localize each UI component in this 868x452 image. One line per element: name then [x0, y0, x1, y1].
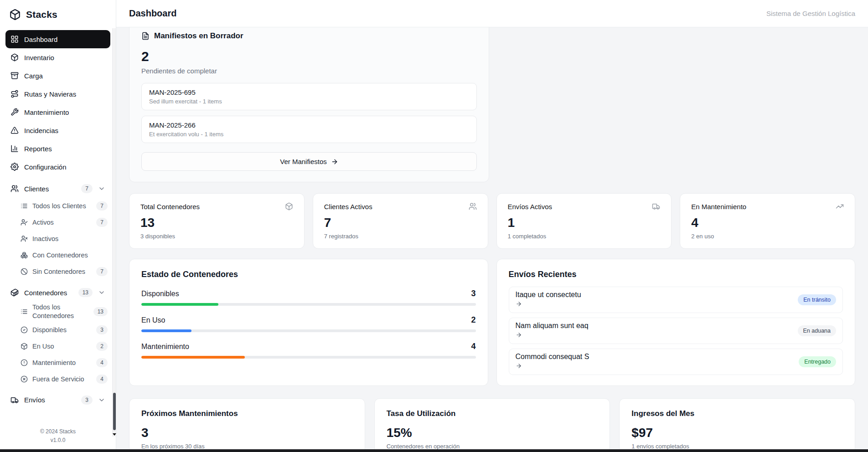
shipment-row[interactable]: Commodi consequat S Entregado [509, 349, 843, 375]
count-badge: 7 [96, 201, 108, 211]
sidebar-item-label: Carga [24, 72, 43, 80]
sidebar-item-clientes-activos[interactable]: Activos 7 [5, 214, 110, 231]
boxes-icon [21, 252, 28, 259]
shipment-name: Nam aliquam sunt eaq [516, 322, 589, 330]
sidebar-item-label: Todos los Contenedores [32, 303, 89, 320]
sidebar-item-todos-los-contenedores[interactable]: Todos los Contenedores 13 [5, 302, 110, 322]
ban-icon [21, 268, 28, 275]
package-icon [21, 343, 28, 350]
sidebar-item-contenedores[interactable]: Contenedores 13 [5, 283, 110, 302]
scroll-down-arrow-icon[interactable] [113, 433, 116, 436]
top-header: Dashboard Sistema de Gestión Logística [116, 0, 868, 27]
sidebar-item-label: Clientes [24, 185, 76, 193]
page-title: Dashboard [129, 8, 176, 19]
app-window: Stacks Dashboard Inventario Carga Rutas … [0, 0, 868, 452]
stat-value: 7 [324, 216, 477, 230]
sidebar-item-dashboard[interactable]: Dashboard [5, 30, 110, 48]
progress-fill [141, 329, 191, 332]
section-title: Envíos Recientes [509, 270, 843, 279]
trending-up-icon [836, 202, 844, 211]
count-badge: 3 [96, 325, 108, 334]
ver-manifiestos-button[interactable]: Ver Manifiestos [141, 152, 477, 171]
sidebar-item-label: Dashboard [24, 36, 57, 43]
sidebar-item-inventario[interactable]: Inventario [5, 48, 110, 67]
stats-row: Total Contenedores 13 3 disponibles Clie… [129, 193, 855, 249]
count-badge: 4 [96, 358, 108, 367]
status-label: Mantenimiento [141, 343, 189, 351]
card-proximos-mantenimientos: Próximos Mantenimientos 3 En los próximo… [129, 398, 365, 452]
status-count: 3 [471, 289, 475, 298]
status-label: En Uso [141, 316, 165, 324]
sidebar-item-contenedores-mantenimiento[interactable]: Mantenimiento 4 [5, 354, 110, 371]
sidebar-scrollbar[interactable] [112, 28, 116, 437]
users-icon [469, 202, 477, 211]
card-subtext: 1 envíos completados [631, 443, 843, 450]
manifests-card: Manifiestos en Borrador 2 Pendientes de … [129, 27, 489, 182]
sidebar-item-mantenimiento[interactable]: Mantenimiento [5, 103, 110, 121]
chevron-down-icon[interactable] [98, 396, 105, 404]
manifest-code: MAN-2025-695 [149, 88, 469, 96]
version-text: v1.0.0 [0, 436, 116, 445]
truck-icon [10, 396, 19, 404]
stat-title: Total Contenedores [140, 203, 200, 211]
sidebar-item-incidencias[interactable]: Incidencias [5, 121, 110, 139]
sidebar-item-con-contenedores[interactable]: Con Contenedores [5, 247, 110, 263]
sidebar-item-label: Con Contenedores [32, 252, 108, 259]
stat-card-clientes-activos: Clientes Activos 7 7 registrados [313, 193, 488, 249]
status-count: 4 [471, 342, 475, 351]
stat-card-envios-activos: Envíos Activos 1 1 completados [496, 193, 672, 249]
shipment-row[interactable]: Itaque ut consectetu En tránsito [509, 287, 843, 313]
card-title: Ingresos del Mes [631, 409, 843, 418]
stat-value: 1 [508, 216, 661, 230]
stat-card-en-mantenimiento: En Mantenimiento 4 2 en uso [680, 193, 855, 249]
sidebar-item-todos-los-clientes[interactable]: Todos los Clientes 7 [5, 198, 110, 214]
count-badge: 4 [96, 375, 108, 384]
manifest-item[interactable]: MAN-2025-695 Sed illum exercitat - 1 ite… [141, 83, 477, 110]
archive-icon [10, 72, 19, 80]
app-logo[interactable]: Stacks [0, 0, 116, 29]
manifest-code: MAN-2025-266 [149, 121, 469, 129]
chevron-down-icon[interactable] [98, 185, 105, 192]
arrow-right-icon [516, 363, 522, 369]
sidebar-item-sin-contenedores[interactable]: Sin Contenedores 7 [5, 263, 110, 280]
sidebar-item-reportes[interactable]: Reportes [5, 139, 110, 158]
stat-subtext: 7 registrados [324, 233, 477, 240]
progress-fill [141, 303, 218, 306]
card-ingresos-del-mes: Ingresos del Mes $97 1 envíos completado… [619, 398, 855, 452]
stat-subtext: 2 en uso [691, 233, 844, 240]
container-icon [10, 288, 19, 297]
progress-fill [141, 356, 245, 359]
bar-chart-icon [10, 144, 19, 153]
sidebar-item-label: En Uso [32, 343, 92, 350]
button-label: Ver Manifiestos [280, 158, 327, 165]
chevron-down-icon[interactable] [98, 289, 105, 296]
bottom-row: Próximos Mantenimientos 3 En los próximo… [129, 398, 855, 452]
status-badge: En aduana [798, 325, 836, 336]
main-area: Dashboard Sistema de Gestión Logística M… [116, 0, 868, 452]
stat-value: 4 [691, 216, 844, 230]
copyright-text: © 2024 Stacks [0, 427, 116, 436]
sidebar-item-contenedores-disponibles[interactable]: Disponibles 3 [5, 322, 110, 338]
card-value: 3 [141, 426, 353, 440]
sidebar-item-configuracion[interactable]: Configuración [5, 158, 110, 176]
sidebar-item-carga[interactable]: Carga [5, 67, 110, 85]
scrollbar-thumb[interactable] [113, 393, 116, 430]
sidebar-item-clientes-inactivos[interactable]: Inactivos [5, 231, 110, 247]
manifest-item[interactable]: MAN-2025-266 Et exercitation volu - 1 it… [141, 116, 477, 143]
sidebar-item-contenedores-en-uso[interactable]: En Uso 2 [5, 338, 110, 354]
status-count: 2 [471, 315, 475, 325]
sidebar-item-envios[interactable]: Envíos 3 [5, 391, 110, 409]
sidebar-item-fuera-de-servicio[interactable]: Fuera de Servicio 4 [5, 371, 110, 387]
sidebar-item-label: Configuración [24, 163, 67, 171]
sidebar-item-rutas-navieras[interactable]: Rutas y Navieras [5, 85, 110, 103]
stat-title: En Mantenimiento [691, 203, 746, 211]
count-badge: 13 [93, 307, 108, 316]
stat-card-total-contenedores: Total Contenedores 13 3 disponibles [129, 193, 305, 249]
package-icon [10, 53, 19, 62]
shipment-row[interactable]: Nam aliquam sunt eaq En aduana [509, 318, 843, 344]
count-badge: 3 [81, 396, 93, 405]
sidebar: Stacks Dashboard Inventario Carga Rutas … [0, 0, 116, 452]
alert-circle-icon [21, 359, 28, 366]
sidebar-item-clientes[interactable]: Clientes 7 [5, 180, 110, 198]
card-tasa-utilizacion: Tasa de Utilización 15% Contenedores en … [374, 398, 610, 452]
